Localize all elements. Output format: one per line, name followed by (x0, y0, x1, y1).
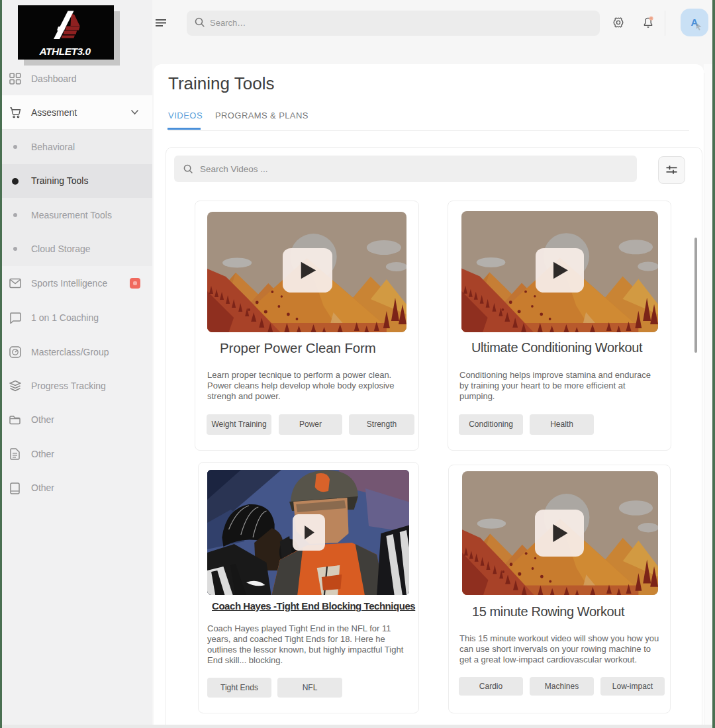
svg-text:ATHLET3.0: ATHLET3.0 (38, 46, 91, 57)
